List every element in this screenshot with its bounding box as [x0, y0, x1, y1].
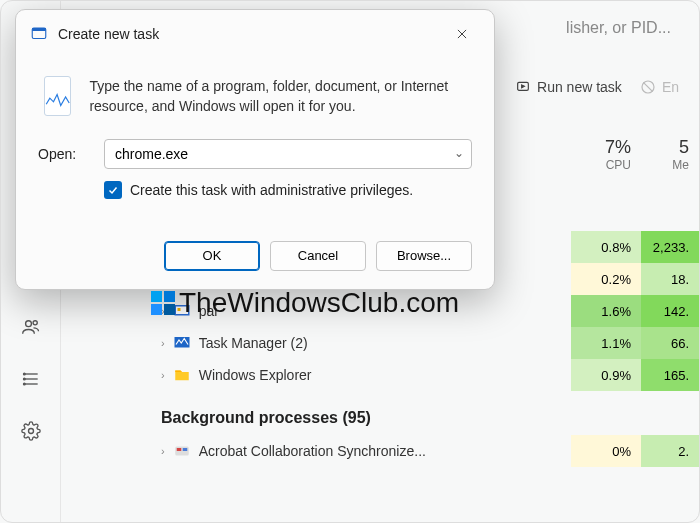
run-icon	[515, 79, 531, 95]
dialog-intro-text: Type the name of a program, folder, docu…	[89, 76, 470, 117]
check-icon	[107, 184, 119, 196]
chevron-right-icon: ›	[161, 369, 165, 381]
cancel-button[interactable]: Cancel	[270, 241, 366, 271]
tm-column-headers: 7% CPU 5 Me	[571, 137, 699, 172]
process-name: pai	[199, 303, 218, 319]
cpu-cell: 1.1%	[571, 327, 641, 359]
admin-label: Create this task with administrative pri…	[130, 182, 413, 198]
svg-point-2	[33, 321, 37, 325]
search-placeholder-text[interactable]: lisher, or PID...	[566, 19, 671, 37]
mem-cell: 18.	[641, 263, 699, 295]
svg-point-1	[25, 321, 31, 327]
admin-checkbox[interactable]	[104, 181, 122, 199]
mem-cell: 2.	[641, 435, 699, 467]
run-perfmon-icon	[44, 76, 71, 116]
cpu-cell: 1.6%	[571, 295, 641, 327]
create-new-task-dialog: Create new task Type the name of a progr…	[15, 9, 495, 290]
cpu-cell: 0.2%	[571, 263, 641, 295]
users-icon[interactable]	[19, 315, 43, 339]
process-name: Acrobat Collaboration Synchronize...	[199, 443, 426, 459]
end-task-label: En	[662, 79, 679, 95]
background-processes-header: Background processes (95)	[121, 391, 699, 435]
cpu-pct: 7%	[571, 137, 631, 158]
cpu-cell: 0.8%	[571, 231, 641, 263]
svg-point-9	[28, 429, 33, 434]
dialog-button-row: OK Cancel Browse...	[16, 215, 494, 289]
mem-cell: 2,233.	[641, 231, 699, 263]
chevron-right-icon: ›	[161, 305, 165, 317]
mem-cell: 66.	[641, 327, 699, 359]
svg-point-6	[23, 373, 25, 375]
dialog-titlebar: Create new task	[16, 10, 494, 58]
chevron-right-icon: ›	[161, 445, 165, 457]
open-combobox[interactable]: ⌄	[104, 139, 472, 169]
cpu-cell: 0%	[571, 435, 641, 467]
svg-rect-21	[32, 28, 46, 31]
cpu-lbl: CPU	[571, 158, 631, 172]
end-task-button: En	[640, 79, 679, 95]
run-dialog-icon	[30, 25, 48, 43]
svg-rect-18	[176, 448, 181, 451]
svg-point-7	[23, 378, 25, 380]
process-name: Windows Explorer	[199, 367, 312, 383]
paint-app-icon	[173, 302, 191, 320]
table-row[interactable]: › Task Manager (2) 1.1% 66.	[121, 327, 699, 359]
close-button[interactable]	[444, 20, 480, 48]
chevron-right-icon: ›	[161, 337, 165, 349]
prohibit-icon	[640, 79, 656, 95]
details-icon[interactable]	[19, 367, 43, 391]
settings-icon[interactable]	[19, 419, 43, 443]
open-label: Open:	[38, 146, 90, 162]
task-manager-app-icon	[173, 334, 191, 352]
mem-cell: 165.	[641, 359, 699, 391]
mem-cell: 142.	[641, 295, 699, 327]
close-icon	[455, 27, 469, 41]
explorer-app-icon	[173, 366, 191, 384]
tm-toolbar: Run new task En	[515, 79, 699, 95]
cpu-cell: 0.9%	[571, 359, 641, 391]
process-name: Task Manager (2)	[199, 335, 308, 351]
acrobat-app-icon	[173, 442, 191, 460]
run-new-task-label: Run new task	[537, 79, 622, 95]
run-new-task-button[interactable]: Run new task	[515, 79, 622, 95]
svg-point-8	[23, 383, 25, 385]
svg-line-12	[643, 82, 652, 91]
mem-lbl: Me	[641, 158, 689, 172]
table-row[interactable]: › Acrobat Collaboration Synchronize... 0…	[121, 435, 699, 467]
mem-pct: 5	[641, 137, 689, 158]
ok-button[interactable]: OK	[164, 241, 260, 271]
mem-header[interactable]: 5 Me	[641, 137, 699, 172]
dialog-title: Create new task	[58, 26, 159, 42]
browse-button[interactable]: Browse...	[376, 241, 472, 271]
cpu-header[interactable]: 7% CPU	[571, 137, 641, 172]
table-row[interactable]: › Windows Explorer 0.9% 165.	[121, 359, 699, 391]
svg-rect-19	[182, 448, 187, 451]
table-row[interactable]: › pai 1.6% 142.	[121, 295, 699, 327]
svg-rect-15	[177, 308, 180, 311]
open-input[interactable]	[104, 139, 472, 169]
